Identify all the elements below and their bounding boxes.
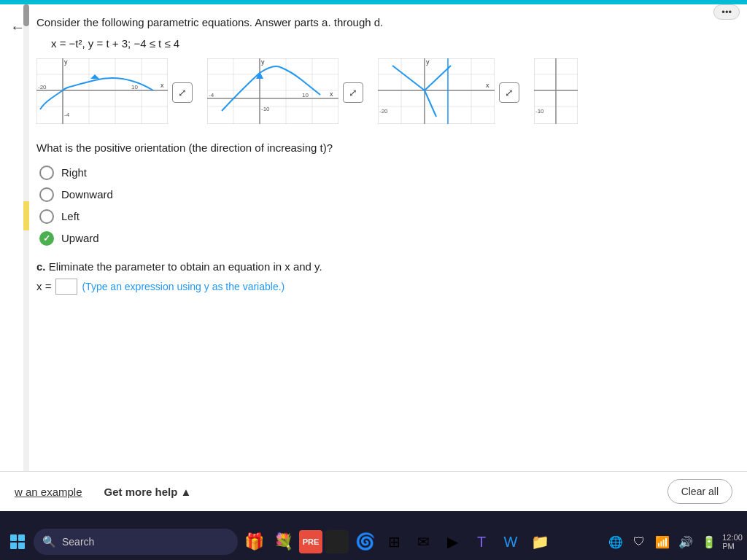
- taskbar-app-word[interactable]: W: [498, 529, 524, 555]
- main-content: ← Consider the following parametric equa…: [0, 4, 747, 471]
- svg-text:-4: -4: [64, 112, 70, 118]
- bottom-links: w an example Get more help ▲: [15, 486, 191, 498]
- radio-label-upward: Upward: [61, 232, 99, 244]
- svg-text:-10: -10: [261, 106, 270, 112]
- system-tray: 🌐 🛡 📶 🔊 🔋 12:00PM: [605, 532, 743, 552]
- radio-option-left[interactable]: Left: [39, 209, 732, 224]
- graphs-row: x y -20 10 -4 ⤢: [36, 58, 732, 127]
- svg-text:x: x: [160, 82, 164, 89]
- windows-icon: [10, 534, 25, 549]
- graph-svg-2: x y -4 10 -10: [207, 58, 338, 124]
- bottom-section: w an example Get more help ▲ Clear all: [0, 471, 747, 511]
- svg-text:x: x: [486, 82, 489, 89]
- win-icon-tl: [10, 534, 17, 541]
- radio-group: Right Downward Left Upward: [39, 166, 732, 246]
- win-icon-bl: [10, 542, 17, 549]
- graph-1: x y -20 10 -4: [36, 58, 168, 127]
- radio-label-downward: Downward: [61, 188, 113, 201]
- graph-svg-1: x y -20 10 -4: [36, 58, 168, 124]
- radio-option-right[interactable]: Right: [39, 166, 732, 180]
- graph-2: x y -4 10 -10: [207, 58, 338, 127]
- start-button[interactable]: [4, 529, 31, 555]
- three-dots-button[interactable]: •••: [713, 4, 740, 20]
- scroll-thumb[interactable]: [23, 4, 29, 26]
- svg-text:x: x: [330, 90, 333, 98]
- tray-icon-volume[interactable]: 🔊: [676, 532, 696, 552]
- radio-circle-right[interactable]: [39, 166, 54, 180]
- svg-text:10: 10: [302, 92, 309, 98]
- help-link[interactable]: Get more help ▲: [104, 486, 192, 498]
- svg-text:-4: -4: [209, 92, 214, 98]
- tray-icon-wifi[interactable]: 📶: [652, 532, 673, 552]
- equation-input[interactable]: [55, 279, 77, 295]
- radio-option-downward[interactable]: Downward: [39, 187, 732, 202]
- radio-circle-upward[interactable]: [39, 231, 54, 246]
- radio-label-right: Right: [61, 166, 87, 179]
- graph-container-2: x y -4 10 -10 ⤢: [207, 58, 363, 127]
- tray-icon-clock: 12:00PM: [722, 532, 743, 552]
- graph-svg-4: -10: [534, 58, 578, 124]
- tray-icon-browser[interactable]: 🌐: [605, 532, 626, 552]
- graph-3: x y -20: [378, 58, 495, 127]
- radio-option-upward[interactable]: Upward: [39, 231, 732, 246]
- taskbar-app-emoji[interactable]: 🎁: [241, 529, 267, 555]
- radio-circle-downward[interactable]: [39, 187, 54, 202]
- radio-circle-left[interactable]: [39, 209, 54, 224]
- tray-icon-battery[interactable]: 🔋: [699, 532, 719, 552]
- equation-display: x = −t², y = t + 3; −4 ≤ t ≤ 4: [51, 37, 732, 50]
- part-c-title: c. Eliminate the parameter to obtain an …: [36, 260, 732, 273]
- tray-icon-shield[interactable]: 🛡: [629, 532, 649, 552]
- clear-all-button[interactable]: Clear all: [667, 479, 732, 504]
- graph-svg-3: x y -20: [378, 58, 495, 124]
- equation-prefix: x =: [36, 280, 51, 292]
- taskbar-app-grid[interactable]: ⊞: [381, 529, 407, 555]
- svg-text:-20: -20: [38, 84, 47, 90]
- svg-text:y: y: [64, 58, 68, 66]
- taskbar-app-pre[interactable]: PRE: [299, 530, 322, 553]
- svg-text:y: y: [261, 58, 265, 66]
- graph-container-1: x y -20 10 -4 ⤢: [36, 58, 193, 127]
- svg-text:10: 10: [131, 84, 138, 90]
- search-icon: 🔍: [42, 535, 56, 548]
- equation-input-row: x = (Type an expression using y as the v…: [36, 279, 732, 295]
- scroll-bar: [23, 4, 29, 471]
- taskbar-app-mail[interactable]: ✉: [410, 529, 436, 555]
- expand-graph-2-button[interactable]: ⤢: [343, 82, 363, 103]
- taskbar-app-edge[interactable]: 🌀: [352, 529, 378, 555]
- back-button[interactable]: ←: [10, 19, 25, 36]
- win-icon-br: [18, 542, 25, 549]
- graph-4: -10: [534, 58, 578, 127]
- svg-rect-0: [36, 58, 168, 124]
- svg-text:y: y: [426, 58, 430, 66]
- win-icon-tr: [18, 534, 25, 541]
- question-title: Consider the following parametric equati…: [36, 15, 732, 31]
- taskbar: 🔍 Search 🎁 💐 PRE 🌀 ⊞ ✉ ▶ T W 📁 🌐 🛡 📶 🔊 🔋…: [0, 524, 747, 560]
- equation-hint: (Type an expression using y as the varia…: [82, 281, 285, 292]
- search-label: Search: [62, 536, 94, 548]
- orientation-question: What is the positive orientation (the di…: [36, 141, 732, 154]
- taskbar-app-black[interactable]: [325, 530, 349, 553]
- graph-container-4: -10: [534, 58, 578, 127]
- part-c-section: c. Eliminate the parameter to obtain an …: [36, 260, 732, 295]
- expand-graph-1-button[interactable]: ⤢: [172, 82, 193, 103]
- search-bar[interactable]: 🔍 Search: [34, 529, 238, 555]
- taskbar-app-teams[interactable]: T: [468, 529, 495, 555]
- sticky-note: [23, 201, 29, 230]
- radio-label-left: Left: [61, 210, 80, 222]
- svg-rect-16: [207, 58, 338, 124]
- expand-graph-3-button[interactable]: ⤢: [499, 82, 519, 103]
- example-link[interactable]: w an example: [15, 486, 82, 498]
- taskbar-app-flowers[interactable]: 💐: [270, 529, 296, 555]
- taskbar-app-media[interactable]: ▶: [439, 529, 465, 555]
- svg-text:-10: -10: [535, 108, 544, 114]
- graph-container-3: x y -20 ⤢: [378, 58, 519, 127]
- svg-text:-20: -20: [379, 108, 388, 114]
- taskbar-app-files[interactable]: 📁: [527, 529, 553, 555]
